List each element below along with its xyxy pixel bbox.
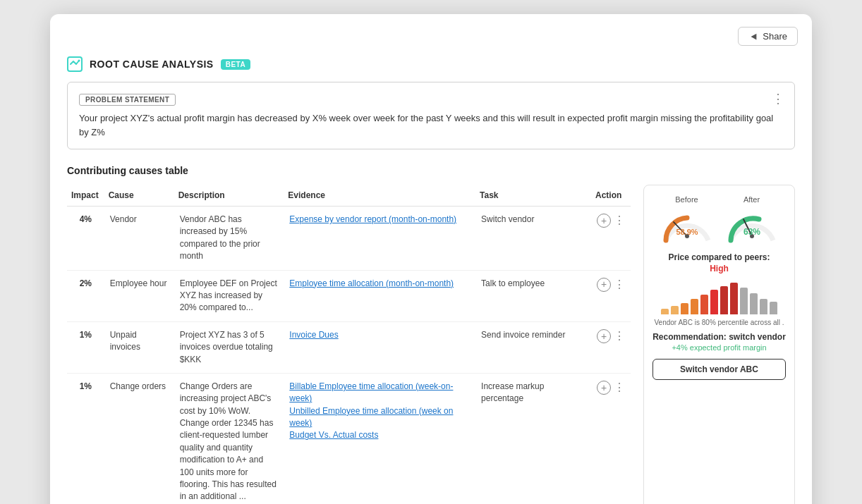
beta-badge: BETA	[221, 59, 250, 70]
col-action: Action	[591, 185, 631, 207]
evidence-link[interactable]: Expense by vendor report (month-on-month…	[289, 214, 456, 224]
evidence-link[interactable]: Billable Employee time allocation (week-…	[289, 381, 453, 403]
cell-task: Increase markup percentage	[475, 373, 591, 504]
problem-label: PROBLEM STATEMENT	[79, 94, 176, 106]
cell-task: Send invoice reminder	[475, 321, 591, 373]
rca-icon	[67, 56, 83, 72]
bar	[740, 288, 748, 314]
bar	[770, 302, 777, 314]
add-action-button[interactable]: +	[597, 381, 611, 395]
peer-comparison-title: Price compared to peers:	[668, 252, 770, 262]
add-action-button[interactable]: +	[597, 214, 611, 228]
table-row: 4%VendorVendor ABC has increased by 15% …	[67, 207, 631, 271]
cell-task: Talk to employee	[475, 270, 591, 321]
peer-status: High	[710, 264, 729, 273]
cell-evidence: Expense by vendor report (month-on-month…	[284, 207, 475, 271]
peer-note: Vendor ABC is 80% percentile across all …	[655, 319, 784, 326]
cell-action: +⋮	[591, 270, 631, 321]
svg-marker-0	[751, 33, 757, 39]
cell-cause: Employee hour	[104, 270, 174, 321]
col-evidence: Evidence	[284, 185, 475, 207]
gauge-row: Before 58.9%	[659, 195, 780, 245]
bar	[700, 295, 708, 314]
cell-impact: 1%	[67, 373, 104, 504]
bar	[671, 306, 679, 314]
row-menu-button[interactable]: ⋮	[614, 279, 625, 290]
cell-impact: 1%	[67, 321, 104, 373]
bar	[730, 283, 738, 314]
cell-description: Change Orders are increasing project ABC…	[174, 373, 284, 504]
cell-evidence: Employee time allocation (month-on-month…	[284, 270, 475, 321]
cell-description: Vendor ABC has increased by 15% compared…	[174, 207, 284, 271]
after-gauge-wrap: After 63%	[724, 195, 780, 245]
contributing-causes-table-section: Impact Cause Description Evidence Task A…	[67, 185, 631, 504]
main-window: Share ROOT CAUSE ANALYSIS BETA PROBLEM S…	[50, 14, 812, 504]
row-menu-button[interactable]: ⋮	[614, 331, 625, 342]
bar-chart	[661, 279, 777, 314]
svg-text:63%: 63%	[743, 227, 760, 237]
cell-action: +⋮	[591, 207, 631, 271]
switch-vendor-button[interactable]: Switch vendor ABC	[652, 359, 786, 380]
table-section-title: Contributing causes table	[67, 165, 795, 176]
evidence-link[interactable]: Unbilled Employee time allocation (week …	[289, 406, 453, 428]
bar	[691, 299, 698, 314]
bar	[720, 286, 728, 314]
add-action-button[interactable]: +	[597, 329, 611, 343]
cell-action: +⋮	[591, 373, 631, 504]
cell-description: Employee DEF on Project XYZ has increase…	[174, 270, 284, 321]
col-description: Description	[174, 185, 284, 207]
svg-text:58.9%: 58.9%	[676, 228, 698, 236]
evidence-link[interactable]: Budget Vs. Actual costs	[289, 430, 378, 440]
table-row: 2%Employee hourEmployee DEF on Project X…	[67, 270, 631, 321]
main-content: Impact Cause Description Evidence Task A…	[67, 185, 795, 504]
share-button[interactable]: Share	[738, 27, 798, 46]
add-action-button[interactable]: +	[597, 278, 611, 292]
page-header: ROOT CAUSE ANALYSIS BETA	[67, 56, 795, 72]
recommendation-title: Recommendation: switch vendor	[652, 332, 786, 342]
problem-statement-box: PROBLEM STATEMENT Your project XYZ's act…	[67, 82, 795, 149]
cell-evidence: Billable Employee time allocation (week-…	[284, 373, 475, 504]
problem-menu-button[interactable]: ⋮	[772, 92, 784, 105]
share-icon	[748, 32, 758, 42]
after-gauge: 63%	[724, 207, 780, 245]
col-task: Task	[475, 185, 591, 207]
rec-profit: +4% expected profit margin	[672, 343, 766, 352]
bar	[681, 303, 688, 314]
bar	[760, 299, 767, 314]
svg-point-2	[78, 60, 80, 62]
causes-table: Impact Cause Description Evidence Task A…	[67, 185, 631, 504]
page-title: ROOT CAUSE ANALYSIS	[90, 59, 214, 70]
cell-action: +⋮	[591, 321, 631, 373]
col-impact: Impact	[67, 185, 104, 207]
bar	[710, 290, 718, 314]
cell-cause: Unpaid invoices	[104, 321, 174, 373]
right-panel: Before 58.9%	[643, 185, 795, 504]
row-menu-button[interactable]: ⋮	[614, 215, 625, 226]
bar	[750, 293, 758, 314]
row-menu-button[interactable]: ⋮	[614, 382, 625, 393]
cell-cause: Change orders	[104, 373, 174, 504]
evidence-link[interactable]: Employee time allocation (month-on-month…	[289, 278, 454, 288]
cell-task: Switch vendor	[475, 207, 591, 271]
evidence-link[interactable]: Invoice Dues	[289, 330, 338, 340]
problem-text: Your project XYZ's actual profit margin …	[79, 111, 783, 139]
after-label: After	[743, 195, 760, 204]
cell-impact: 2%	[67, 270, 104, 321]
before-gauge-wrap: Before 58.9%	[659, 195, 715, 245]
cell-description: Project XYZ has 3 of 5 invoices overdue …	[174, 321, 284, 373]
table-row: 1%Change ordersChange Orders are increas…	[67, 373, 631, 504]
before-label: Before	[675, 195, 698, 204]
col-cause: Cause	[104, 185, 174, 207]
bar	[661, 309, 669, 314]
cell-evidence: Invoice Dues	[284, 321, 475, 373]
cell-impact: 4%	[67, 207, 104, 271]
before-gauge: 58.9%	[659, 207, 715, 245]
cell-cause: Vendor	[104, 207, 174, 271]
table-row: 1%Unpaid invoicesProject XYZ has 3 of 5 …	[67, 321, 631, 373]
